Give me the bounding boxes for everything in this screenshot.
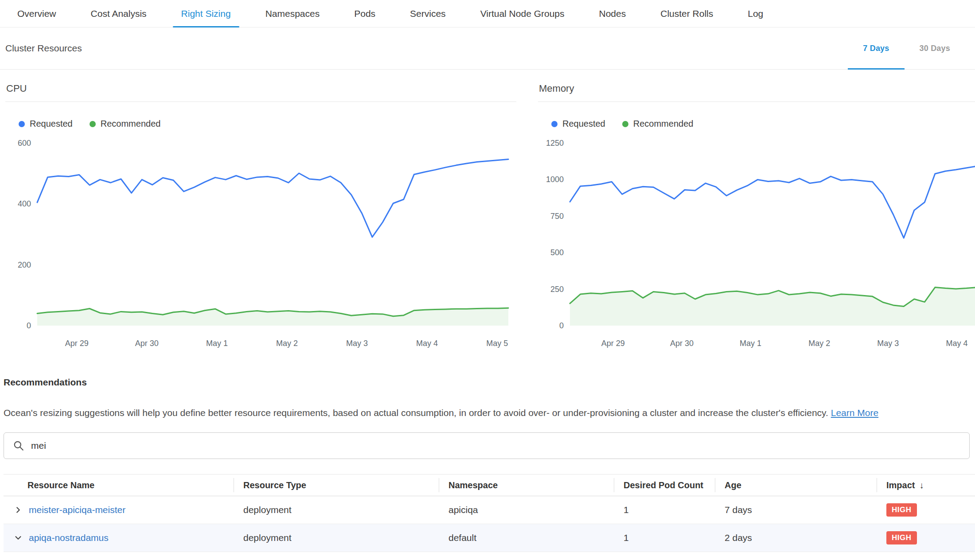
namespace-cell: apiciqa bbox=[439, 505, 614, 515]
resource-name-cell: apiqa-nostradamus bbox=[4, 533, 234, 543]
svg-text:May 2: May 2 bbox=[276, 339, 298, 348]
namespace-cell: default bbox=[439, 533, 614, 543]
age-cell: 7 days bbox=[715, 505, 877, 515]
svg-text:May 1: May 1 bbox=[740, 339, 761, 348]
range-tab-label: 7 Days bbox=[863, 44, 889, 53]
svg-text:May 3: May 3 bbox=[877, 339, 899, 348]
range-tab-label: 30 Days bbox=[920, 44, 950, 53]
impact-cell: HIGH bbox=[877, 503, 975, 517]
legend-label: Recommended bbox=[633, 119, 694, 129]
col-impact[interactable]: Impact ↓ bbox=[877, 474, 975, 496]
table-header: Resource Name Resource Type Namespace De… bbox=[4, 474, 975, 496]
section-title: Cluster Resources bbox=[5, 43, 82, 54]
recommendations-title: Recommendations bbox=[4, 377, 975, 388]
nav-tab-label: Virtual Node Groups bbox=[480, 8, 565, 19]
svg-text:Apr 30: Apr 30 bbox=[135, 339, 159, 348]
nav-tab-right-sizing[interactable]: Right Sizing bbox=[173, 0, 239, 27]
nav-tab-label: Cost Analysis bbox=[91, 8, 147, 19]
desired-pod-count-cell: 1 bbox=[614, 533, 715, 543]
range-tab-7-days[interactable]: 7 Days bbox=[848, 27, 904, 69]
nav-tab-nodes[interactable]: Nodes bbox=[591, 0, 635, 27]
svg-text:0: 0 bbox=[559, 321, 564, 330]
cpu-chart-panel: CPU Requested Recommended 0200400600Apr … bbox=[5, 70, 516, 352]
impact-cell: HIGH bbox=[877, 531, 975, 544]
legend-dot-icon bbox=[19, 121, 25, 127]
learn-more-link[interactable]: Learn More bbox=[831, 408, 878, 418]
nav-tab-label: Overview bbox=[17, 8, 56, 19]
svg-text:600: 600 bbox=[18, 139, 31, 148]
svg-text:May 4: May 4 bbox=[416, 339, 438, 348]
table-row[interactable]: meister-apiciqa-meister deployment apici… bbox=[4, 496, 975, 524]
expand-chevron-icon[interactable] bbox=[13, 533, 23, 543]
table-row[interactable]: apiqa-nostradamus deployment default 1 2… bbox=[4, 524, 975, 552]
recommendations-text: Ocean's resizing suggestions will help y… bbox=[4, 408, 828, 418]
nav-tab-label: Nodes bbox=[599, 8, 626, 19]
recommendations-description: Ocean's resizing suggestions will help y… bbox=[4, 406, 975, 419]
search-icon bbox=[13, 440, 24, 451]
svg-text:May 5: May 5 bbox=[486, 339, 508, 348]
resource-name-link[interactable]: meister-apiciqa-meister bbox=[29, 505, 125, 515]
cluster-resources-header: Cluster Resources 7 Days 30 Days bbox=[0, 27, 975, 70]
legend-item[interactable]: Requested bbox=[551, 119, 605, 129]
legend-item[interactable]: Recommended bbox=[90, 119, 161, 129]
age-cell: 2 days bbox=[715, 533, 877, 543]
svg-text:May 3: May 3 bbox=[346, 339, 368, 348]
nav-tab-cluster-rolls[interactable]: Cluster Rolls bbox=[652, 0, 722, 27]
svg-text:400: 400 bbox=[18, 199, 31, 208]
charts-row: CPU Requested Recommended 0200400600Apr … bbox=[0, 70, 975, 352]
expand-chevron-icon[interactable] bbox=[13, 505, 23, 515]
legend-label: Recommended bbox=[101, 119, 161, 129]
range-tabs: 7 Days 30 Days bbox=[848, 27, 965, 69]
search-box bbox=[4, 432, 970, 459]
svg-text:Apr 30: Apr 30 bbox=[670, 339, 694, 348]
col-resource-name[interactable]: Resource Name bbox=[4, 474, 234, 496]
svg-text:Apr 29: Apr 29 bbox=[65, 339, 89, 348]
resource-name-link[interactable]: apiqa-nostradamus bbox=[29, 533, 109, 543]
nav-tab-services[interactable]: Services bbox=[402, 0, 454, 27]
resource-type-cell: deployment bbox=[234, 505, 439, 515]
nav-tab-label: Pods bbox=[354, 8, 375, 19]
svg-text:0: 0 bbox=[27, 321, 31, 330]
recommendations-table: Resource Name Resource Type Namespace De… bbox=[4, 474, 975, 552]
svg-text:May 4: May 4 bbox=[946, 339, 968, 348]
nav-tab-log[interactable]: Log bbox=[739, 0, 772, 27]
col-desired-pod-count[interactable]: Desired Pod Count bbox=[614, 474, 715, 496]
memory-chart-panel: Memory Requested Recommended 02505007501… bbox=[538, 70, 975, 352]
legend-item[interactable]: Recommended bbox=[622, 119, 694, 129]
nav-tab-label: Right Sizing bbox=[181, 8, 231, 19]
memory-legend: Requested Recommended bbox=[551, 119, 975, 129]
svg-text:Apr 29: Apr 29 bbox=[601, 339, 625, 348]
legend-dot-icon bbox=[90, 121, 96, 127]
nav-tab-label: Services bbox=[410, 8, 446, 19]
nav-tab-pods[interactable]: Pods bbox=[346, 0, 384, 27]
top-nav: Overview Cost Analysis Right Sizing Name… bbox=[0, 0, 975, 27]
nav-tab-overview[interactable]: Overview bbox=[9, 0, 65, 27]
svg-text:250: 250 bbox=[550, 285, 564, 294]
col-namespace[interactable]: Namespace bbox=[439, 474, 614, 496]
nav-tab-label: Log bbox=[748, 8, 763, 19]
resource-type-cell: deployment bbox=[234, 533, 439, 543]
desired-pod-count-cell: 1 bbox=[614, 505, 715, 515]
range-tab-30-days[interactable]: 30 Days bbox=[905, 27, 965, 69]
memory-chart-title: Memory bbox=[538, 70, 975, 102]
svg-text:1250: 1250 bbox=[546, 139, 564, 148]
nav-tab-label: Namespaces bbox=[265, 8, 320, 19]
nav-tab-namespaces[interactable]: Namespaces bbox=[257, 0, 328, 27]
cpu-chart: 0200400600Apr 29Apr 30May 1May 2May 3May… bbox=[5, 131, 516, 352]
legend-dot-icon bbox=[622, 121, 628, 127]
nav-tab-cost-analysis[interactable]: Cost Analysis bbox=[82, 0, 155, 27]
nav-tab-label: Cluster Rolls bbox=[660, 8, 713, 19]
cpu-chart-title: CPU bbox=[5, 70, 516, 102]
svg-text:May 2: May 2 bbox=[808, 339, 830, 348]
search-input[interactable] bbox=[31, 440, 960, 451]
legend-label: Requested bbox=[30, 119, 73, 129]
sort-desc-icon[interactable]: ↓ bbox=[919, 480, 924, 490]
col-age[interactable]: Age bbox=[715, 474, 877, 496]
legend-item[interactable]: Requested bbox=[19, 119, 73, 129]
impact-badge: HIGH bbox=[886, 503, 917, 517]
legend-label: Requested bbox=[562, 119, 605, 129]
cpu-legend: Requested Recommended bbox=[19, 119, 516, 129]
svg-text:1000: 1000 bbox=[546, 175, 564, 184]
col-resource-type[interactable]: Resource Type bbox=[234, 474, 439, 496]
nav-tab-virtual-node-groups[interactable]: Virtual Node Groups bbox=[472, 0, 573, 27]
